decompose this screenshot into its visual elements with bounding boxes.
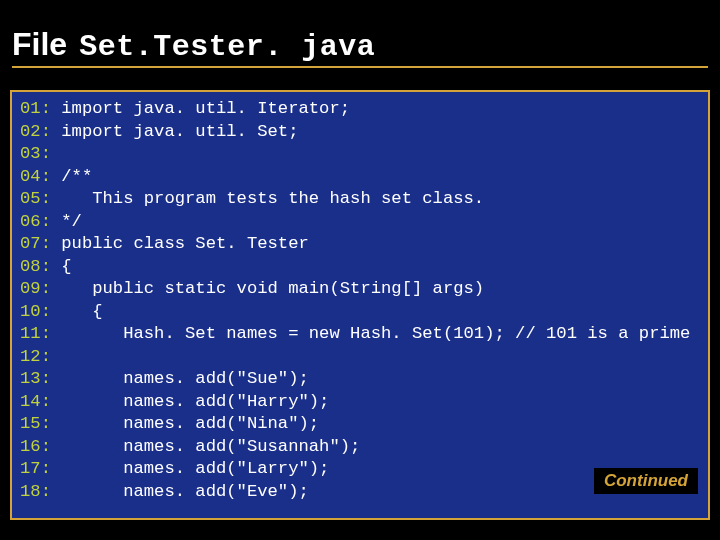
- code-panel: 01: import java. util. Iterator;02: impo…: [10, 90, 710, 520]
- code-line: 12:: [20, 346, 700, 369]
- code-line: 02: import java. util. Set;: [20, 121, 700, 144]
- line-code: import java. util. Iterator;: [51, 99, 350, 118]
- line-code: names. add("Susannah");: [51, 437, 360, 456]
- line-code: names. add("Larry");: [51, 459, 329, 478]
- title-label: File: [12, 26, 67, 63]
- line-number: 13:: [20, 369, 51, 388]
- line-number: 16:: [20, 437, 51, 456]
- code-line: 13: names. add("Sue");: [20, 368, 700, 391]
- code-line: 05: This program tests the hash set clas…: [20, 188, 700, 211]
- code-line: 08: {: [20, 256, 700, 279]
- line-number: 17:: [20, 459, 51, 478]
- line-number: 06:: [20, 212, 51, 231]
- code-line: 09: public static void main(String[] arg…: [20, 278, 700, 301]
- code-line: 10: {: [20, 301, 700, 324]
- line-code: {: [51, 257, 72, 276]
- line-code: /**: [51, 167, 92, 186]
- line-code: public static void main(String[] args): [51, 279, 484, 298]
- code-line: 11: Hash. Set names = new Hash. Set(101)…: [20, 323, 700, 346]
- line-number: 18:: [20, 482, 51, 501]
- title-area: File Set.Tester. java: [0, 0, 720, 76]
- line-code: import java. util. Set;: [51, 122, 299, 141]
- line-number: 07:: [20, 234, 51, 253]
- code-line: 04: /**: [20, 166, 700, 189]
- line-number: 12:: [20, 347, 51, 366]
- line-number: 03:: [20, 144, 51, 163]
- line-number: 02:: [20, 122, 51, 141]
- line-code: names. add("Nina");: [51, 414, 319, 433]
- line-code: names. add("Harry");: [51, 392, 329, 411]
- line-number: 08:: [20, 257, 51, 276]
- line-number: 14:: [20, 392, 51, 411]
- line-code: {: [51, 302, 103, 321]
- line-code: names. add("Sue");: [51, 369, 309, 388]
- line-code: This program tests the hash set class.: [51, 189, 484, 208]
- line-number: 15:: [20, 414, 51, 433]
- code-line: 16: names. add("Susannah");: [20, 436, 700, 459]
- line-number: 01:: [20, 99, 51, 118]
- code-line: 01: import java. util. Iterator;: [20, 98, 700, 121]
- line-number: 10:: [20, 302, 51, 321]
- line-code: public class Set. Tester: [51, 234, 309, 253]
- line-code: names. add("Eve");: [51, 482, 309, 501]
- line-code: */: [51, 212, 82, 231]
- code-line: 07: public class Set. Tester: [20, 233, 700, 256]
- line-number: 04:: [20, 167, 51, 186]
- line-number: 11:: [20, 324, 51, 343]
- code-line: 14: names. add("Harry");: [20, 391, 700, 414]
- title-line: File Set.Tester. java: [12, 26, 708, 68]
- code-line: 03:: [20, 143, 700, 166]
- title-filename: Set.Tester. java: [79, 30, 375, 64]
- continued-badge: Continued: [594, 468, 698, 494]
- code-block: 01: import java. util. Iterator;02: impo…: [20, 98, 700, 503]
- line-number: 05:: [20, 189, 51, 208]
- code-line: 15: names. add("Nina");: [20, 413, 700, 436]
- line-number: 09:: [20, 279, 51, 298]
- code-line: 06: */: [20, 211, 700, 234]
- line-code: Hash. Set names = new Hash. Set(101); //…: [51, 324, 690, 343]
